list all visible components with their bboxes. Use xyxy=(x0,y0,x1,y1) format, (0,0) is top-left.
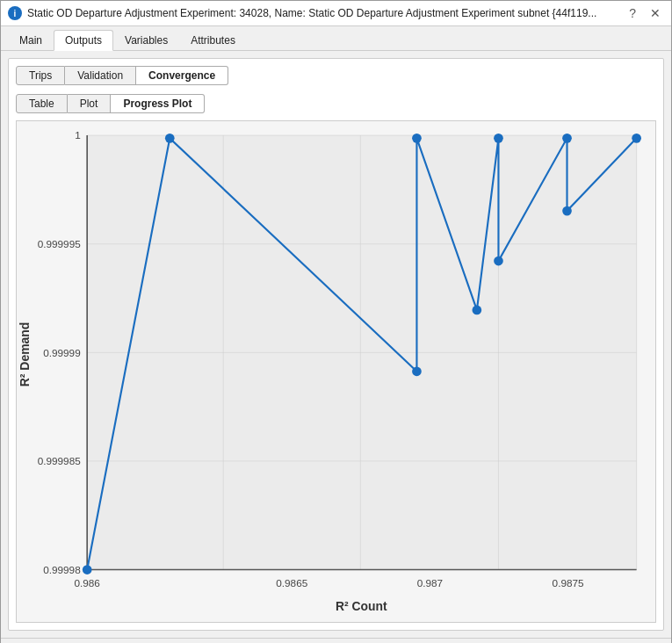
svg-point-25 xyxy=(83,565,92,574)
svg-point-30 xyxy=(494,134,503,143)
sub-tab-bar: Trips Validation Convergence xyxy=(16,66,656,85)
chart-tab-progress-plot[interactable]: Progress Plot xyxy=(111,94,205,113)
svg-text:0.999985: 0.999985 xyxy=(38,455,81,466)
svg-text:0.99998: 0.99998 xyxy=(43,564,81,575)
svg-text:0.999995: 0.999995 xyxy=(38,238,81,249)
tab-attributes[interactable]: Attributes xyxy=(179,30,247,50)
footer: Help OK Cancel xyxy=(1,638,671,643)
svg-point-28 xyxy=(412,134,422,143)
help-icon-btn[interactable]: ? xyxy=(625,4,639,22)
chart-tab-bar: Table Plot Progress Plot xyxy=(16,94,656,113)
svg-text:R² Count: R² Count xyxy=(336,599,387,613)
subtab-trips[interactable]: Trips xyxy=(16,66,65,85)
svg-point-32 xyxy=(562,134,572,143)
title-bar-left: i Static OD Departure Adjustment Experim… xyxy=(8,6,596,20)
svg-point-33 xyxy=(562,206,572,216)
progress-plot-svg: 0.99998 0.999985 0.99999 0.999995 1 0.98… xyxy=(17,121,655,622)
title-bar: i Static OD Departure Adjustment Experim… xyxy=(1,1,671,26)
svg-text:0.99999: 0.99999 xyxy=(43,347,80,358)
window-title: Static OD Departure Adjustment Experimen… xyxy=(27,7,596,19)
svg-point-31 xyxy=(494,256,503,266)
subtab-validation[interactable]: Validation xyxy=(65,66,136,85)
svg-text:0.9875: 0.9875 xyxy=(553,577,584,589)
app-icon: i xyxy=(8,6,22,20)
svg-point-29 xyxy=(473,306,482,315)
svg-text:0.986: 0.986 xyxy=(74,577,100,589)
chart-tab-plot[interactable]: Plot xyxy=(68,94,112,113)
output-panel: Trips Validation Convergence Table Plot … xyxy=(8,58,664,631)
tab-variables[interactable]: Variables xyxy=(113,30,179,50)
subtab-convergence[interactable]: Convergence xyxy=(136,66,228,85)
svg-text:0.9865: 0.9865 xyxy=(276,577,307,589)
main-window: i Static OD Departure Adjustment Experim… xyxy=(0,0,672,643)
chart-area: 0.99998 0.999985 0.99999 0.999995 1 0.98… xyxy=(16,120,656,623)
content-area: Trips Validation Convergence Table Plot … xyxy=(1,51,671,638)
chart-tab-table[interactable]: Table xyxy=(16,94,68,113)
tab-main[interactable]: Main xyxy=(8,30,54,50)
svg-point-34 xyxy=(632,134,641,143)
tab-outputs[interactable]: Outputs xyxy=(54,30,113,51)
svg-point-27 xyxy=(412,366,422,376)
svg-text:0.987: 0.987 xyxy=(417,577,443,589)
svg-point-26 xyxy=(165,134,175,143)
title-bar-controls: ? ✕ xyxy=(625,4,664,22)
svg-text:1: 1 xyxy=(75,129,81,141)
close-button[interactable]: ✕ xyxy=(647,4,664,22)
svg-text:R² Demand: R² Demand xyxy=(18,322,32,387)
main-tab-bar: Main Outputs Variables Attributes xyxy=(1,26,671,51)
